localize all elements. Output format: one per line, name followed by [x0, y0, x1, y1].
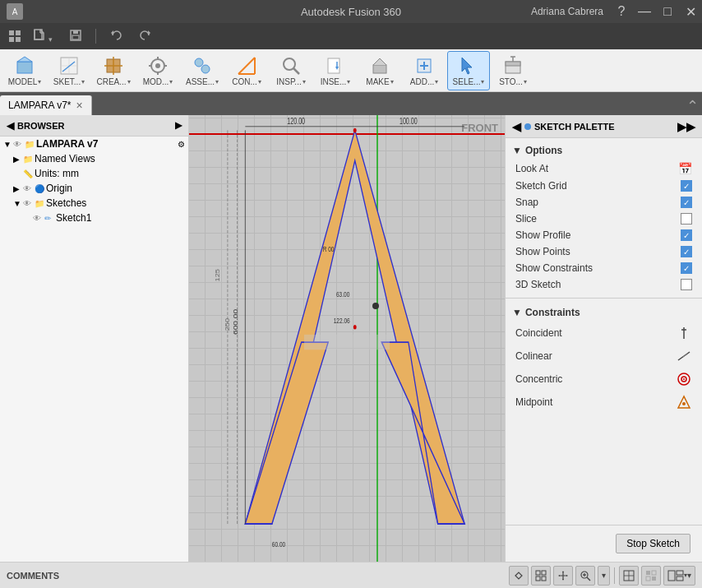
browser-item-sketches[interactable]: ▼ 👁 📁 Sketches: [0, 196, 188, 211]
viewport[interactable]: FRONT 600.00 120.00: [189, 115, 505, 562]
main-tab[interactable]: LAMPARA v7* ×: [0, 95, 92, 115]
toolbar-assemble[interactable]: ASSE... ▾: [181, 51, 224, 90]
title-bar-controls: Adriana Cabrera ? — □ ✕: [531, 0, 702, 23]
viewport-expand-button[interactable]: ⌃: [686, 97, 699, 115]
eye-icon-root[interactable]: 👁: [13, 140, 25, 149]
browser-item-label-sketches: Sketches: [46, 197, 86, 209]
browser-expand-btn[interactable]: ◀: [7, 120, 14, 132]
concentric-row[interactable]: Concentric: [506, 368, 702, 391]
svg-rect-93: [646, 576, 650, 581]
gear-icon-root[interactable]: ⚙: [178, 140, 185, 149]
save-button[interactable]: [62, 25, 89, 48]
svg-point-22: [155, 63, 160, 68]
grid-toggle-btn[interactable]: [641, 566, 661, 586]
browser-item-label-origin: Origin: [46, 183, 72, 194]
colinear-row[interactable]: Colinear: [506, 345, 702, 368]
tab-close-button[interactable]: ×: [76, 99, 82, 112]
palette-expand-btn[interactable]: ▶▶: [677, 120, 695, 133]
lamp-svg: 600.00 120.00 100.00 R 00 63.00 122.06 6…: [189, 115, 505, 562]
toolbar-inspect[interactable]: INSP... ▾: [270, 51, 312, 90]
toolbar-store[interactable]: STO... ▾: [492, 51, 534, 90]
midpoint-row[interactable]: Midpoint: [506, 391, 702, 414]
slice-checkbox[interactable]: [681, 213, 692, 225]
snap-checkbox[interactable]: [681, 197, 692, 208]
make-icon: [368, 54, 391, 77]
toolbar-select[interactable]: SELE... ▾: [447, 51, 490, 90]
show-points-checkbox[interactable]: [681, 246, 692, 257]
zoom-dropdown-btn[interactable]: ▾: [598, 566, 610, 586]
close-button[interactable]: ✕: [679, 0, 702, 23]
tab-label: LAMPARA v7*: [8, 100, 71, 111]
stop-sketch-button[interactable]: Stop Sketch: [616, 534, 690, 553]
toolbar-sketch[interactable]: SKET... ▾: [48, 51, 90, 90]
snap-tool-btn[interactable]: [509, 566, 529, 586]
options-collapse-icon: ▼: [512, 145, 522, 156]
constraints-section-header[interactable]: ▼ Constraints: [506, 303, 702, 322]
toolbar-add[interactable]: ADD... ▾: [403, 51, 446, 90]
svg-text:600.00: 600.00: [232, 309, 238, 335]
grid-menu-button[interactable]: [7, 28, 23, 44]
svg-rect-97: [677, 576, 683, 581]
help-button[interactable]: ?: [610, 0, 633, 23]
show-profile-row: Show Profile: [506, 227, 702, 243]
tree-expand-origin[interactable]: ▶: [13, 184, 23, 193]
svg-rect-94: [652, 576, 656, 581]
palette-collapse-btn[interactable]: ◀: [512, 120, 521, 133]
toolbar-construct[interactable]: CON... ▾: [225, 51, 268, 90]
eye-icon-sketches[interactable]: 👁: [23, 199, 35, 208]
display-mode-btn[interactable]: [619, 566, 639, 586]
minimize-button[interactable]: —: [633, 0, 656, 23]
tree-expand-root[interactable]: ▼: [3, 140, 13, 149]
grid-view-btn[interactable]: [531, 566, 551, 586]
tree-expand-sketches[interactable]: ▼: [13, 199, 23, 208]
svg-rect-12: [17, 62, 32, 73]
svg-rect-2: [9, 37, 14, 42]
redo-button[interactable]: [132, 25, 159, 48]
sketch-grid-checkbox[interactable]: [681, 180, 692, 192]
svg-text:100.00: 100.00: [399, 117, 418, 127]
show-constraints-checkbox[interactable]: [681, 262, 692, 274]
slice-label: Slice: [515, 213, 676, 225]
layout-btn[interactable]: ▾ ▾: [663, 566, 695, 586]
browser-item-named-views[interactable]: ▶ 📁 Named Views: [0, 151, 188, 166]
snap-row: Snap: [506, 194, 702, 211]
options-section-header[interactable]: ▼ Options: [506, 141, 702, 160]
file-menu[interactable]: ▾: [26, 25, 59, 48]
viewport-canvas[interactable]: FRONT 600.00 120.00: [189, 115, 505, 562]
inspect-label: INSP... ▾: [276, 77, 305, 86]
constraints-label: Constraints: [525, 307, 580, 318]
coincident-row[interactable]: Coincident: [506, 322, 702, 345]
constraints-collapse-icon: ▼: [512, 307, 522, 318]
options-label: Options: [525, 145, 562, 156]
look-at-calendar-icon[interactable]: 📅: [678, 162, 692, 175]
3d-sketch-checkbox[interactable]: [681, 279, 692, 290]
tree-expand-named-views[interactable]: ▶: [13, 155, 23, 164]
svg-marker-48: [381, 342, 464, 524]
toolbar-make[interactable]: MAKE ▾: [358, 51, 401, 90]
select-icon: [457, 54, 480, 77]
browser-item-label-named-views: Named Views: [35, 153, 95, 164]
browser-item-units[interactable]: 📏 Units: mm: [0, 166, 188, 181]
browser-item-root[interactable]: ▼ 👁 📁 LAMPARA v7 ⚙: [0, 137, 188, 151]
toolbar-model[interactable]: MODEL ▾: [3, 51, 46, 90]
browser-collapse-btn[interactable]: ▶: [175, 120, 182, 131]
pan-tool-btn[interactable]: [553, 566, 573, 586]
eye-icon-sketch1[interactable]: 👁: [33, 214, 44, 223]
svg-rect-8: [73, 30, 78, 34]
toolbar-insert[interactable]: INSE... ▾: [314, 51, 357, 90]
units-icon: 📏: [23, 169, 35, 178]
maximize-button[interactable]: □: [656, 0, 679, 23]
eye-icon-origin[interactable]: 👁: [23, 184, 35, 193]
sketch-label: SKET... ▾: [53, 77, 85, 86]
zoom-tool-btn[interactable]: [575, 566, 595, 586]
browser-item-label-units: Units: mm: [35, 168, 79, 179]
browser-item-sketch1[interactable]: 👁 ✏ Sketch1: [0, 211, 188, 225]
3d-sketch-row: 3D Sketch: [506, 276, 702, 293]
toolbar-create[interactable]: CREA... ▾: [92, 51, 135, 90]
toolbar-modify[interactable]: MOD... ▾: [136, 51, 179, 90]
browser-item-origin[interactable]: ▶ 👁 🔵 Origin: [0, 181, 188, 196]
add-icon: [413, 54, 436, 77]
undo-button[interactable]: [103, 25, 129, 48]
show-profile-checkbox[interactable]: [681, 229, 692, 241]
inspect-icon: [279, 54, 303, 77]
